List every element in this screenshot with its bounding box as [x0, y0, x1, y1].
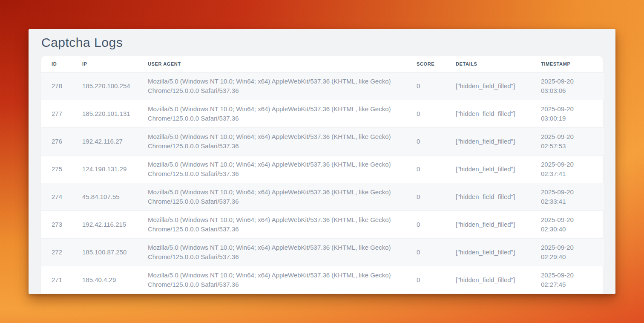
table-row: 276 192.42.116.27 Mozilla/5.0 (Windows N…: [41, 127, 604, 155]
cell-user-agent: Mozilla/5.0 (Windows NT 10.0; Win64; x64…: [148, 155, 417, 183]
cell-id: 277: [41, 100, 82, 127]
table-row: 272 185.100.87.250 Mozilla/5.0 (Windows …: [41, 238, 604, 266]
cell-ip: 124.198.131.29: [82, 155, 148, 183]
table-row: 277 185.220.101.131 Mozilla/5.0 (Windows…: [41, 100, 604, 127]
cell-timestamp: 2025-09-20 02:30:40: [541, 211, 604, 238]
cell-user-agent: Mozilla/5.0 (Windows NT 10.0; Win64; x64…: [148, 72, 417, 100]
page-title: Captcha Logs: [41, 36, 603, 49]
cell-timestamp: 2025-09-20 02:33:41: [541, 183, 604, 211]
cell-score: 0: [417, 72, 456, 100]
table-row: 273 192.42.116.215 Mozilla/5.0 (Windows …: [41, 211, 604, 238]
cell-score: 0: [417, 238, 456, 266]
cell-user-agent: Mozilla/5.0 (Windows NT 10.0; Win64; x64…: [148, 238, 417, 266]
cell-ip: 185.220.100.254: [82, 72, 148, 100]
cell-details: ["hidden_field_filled"]: [456, 266, 541, 294]
captcha-logs-panel: Captcha Logs ID IP USER AGENT SCORE DETA…: [29, 29, 615, 294]
cell-timestamp: 2025-09-20 02:27:45: [541, 266, 604, 294]
cell-timestamp: 2025-09-20 02:57:53: [541, 127, 604, 155]
cell-ip: 185.220.101.131: [82, 100, 148, 127]
column-header-details: DETAILS: [456, 56, 541, 72]
table-row: 278 185.220.100.254 Mozilla/5.0 (Windows…: [41, 72, 604, 100]
table-row: 271 185.40.4.29 Mozilla/5.0 (Windows NT …: [41, 266, 604, 294]
cell-details: ["hidden_field_filled"]: [456, 183, 541, 211]
column-header-ip: IP: [82, 56, 148, 72]
cell-timestamp: 2025-09-20 03:03:06: [541, 72, 604, 100]
cell-id: 274: [41, 183, 82, 211]
cell-id: 272: [41, 238, 82, 266]
column-header-timestamp: TIMESTAMP: [541, 56, 604, 72]
cell-score: 0: [417, 211, 456, 238]
cell-score: 0: [417, 183, 456, 211]
cell-details: ["hidden_field_filled"]: [456, 127, 541, 155]
cell-details: ["hidden_field_filled"]: [456, 211, 541, 238]
cell-id: 278: [41, 72, 82, 100]
cell-id: 273: [41, 211, 82, 238]
cell-details: ["hidden_field_filled"]: [456, 72, 541, 100]
column-header-score: SCORE: [417, 56, 456, 72]
cell-user-agent: Mozilla/5.0 (Windows NT 10.0; Win64; x64…: [148, 127, 417, 155]
column-header-useragent: USER AGENT: [148, 56, 417, 72]
logs-table: ID IP USER AGENT SCORE DETAILS TIMESTAMP…: [41, 56, 604, 294]
cell-score: 0: [417, 266, 456, 294]
cell-timestamp: 2025-09-20 02:29:40: [541, 238, 604, 266]
table-body: 278 185.220.100.254 Mozilla/5.0 (Windows…: [41, 72, 604, 294]
cell-timestamp: 2025-09-20 03:00:19: [541, 100, 604, 127]
cell-id: 275: [41, 155, 82, 183]
table-header: ID IP USER AGENT SCORE DETAILS TIMESTAMP: [41, 56, 604, 72]
cell-id: 271: [41, 266, 82, 294]
cell-user-agent: Mozilla/5.0 (Windows NT 10.0; Win64; x64…: [148, 183, 417, 211]
cell-ip: 192.42.116.27: [82, 127, 148, 155]
cell-ip: 185.40.4.29: [82, 266, 148, 294]
cell-ip: 185.100.87.250: [82, 238, 148, 266]
cell-details: ["hidden_field_filled"]: [456, 100, 541, 127]
logs-table-card: ID IP USER AGENT SCORE DETAILS TIMESTAMP…: [41, 56, 603, 294]
cell-score: 0: [417, 100, 456, 127]
cell-details: ["hidden_field_filled"]: [456, 155, 541, 183]
cell-score: 0: [417, 155, 456, 183]
table-row: 274 45.84.107.55 Mozilla/5.0 (Windows NT…: [41, 183, 604, 211]
cell-user-agent: Mozilla/5.0 (Windows NT 10.0; Win64; x64…: [148, 100, 417, 127]
cell-score: 0: [417, 127, 456, 155]
column-header-id: ID: [41, 56, 82, 72]
cell-ip: 192.42.116.215: [82, 211, 148, 238]
cell-ip: 45.84.107.55: [82, 183, 148, 211]
table-row: 275 124.198.131.29 Mozilla/5.0 (Windows …: [41, 155, 604, 183]
cell-user-agent: Mozilla/5.0 (Windows NT 10.0; Win64; x64…: [148, 266, 417, 294]
cell-user-agent: Mozilla/5.0 (Windows NT 10.0; Win64; x64…: [148, 211, 417, 238]
cell-timestamp: 2025-09-20 02:37:41: [541, 155, 604, 183]
cell-id: 276: [41, 127, 82, 155]
cell-details: ["hidden_field_filled"]: [456, 238, 541, 266]
